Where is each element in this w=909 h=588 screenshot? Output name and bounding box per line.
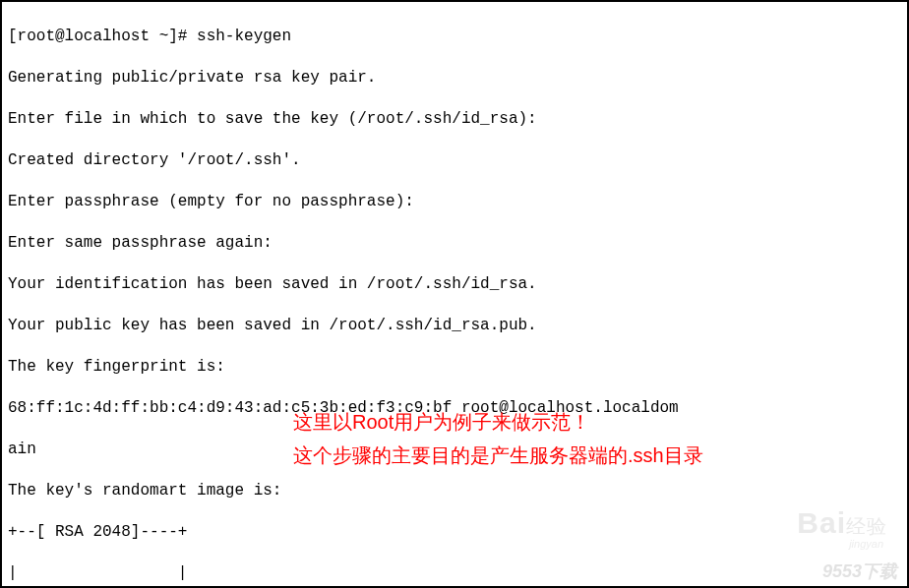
watermark-site: 9553下载	[822, 561, 897, 582]
watermark-text: Bai	[797, 506, 846, 539]
terminal-line: +--[ RSA 2048]----+	[8, 522, 901, 543]
terminal-line: The key fingerprint is:	[8, 357, 901, 378]
terminal-line: [root@localhost ~]# ssh-keygen	[8, 27, 901, 47]
annotation-overlay: 这里以Root用户为例子来做示范！ 这个步骤的主要目的是产生服务器端的.ssh目…	[293, 405, 703, 472]
terminal-line: Your public key has been saved in /root/…	[8, 316, 901, 336]
terminal-line: Your identification has been saved in /r…	[8, 274, 901, 295]
terminal-output[interactable]: [root@localhost ~]# ssh-keygen Generatin…	[2, 2, 907, 588]
annotation-line: 这个步骤的主要目的是产生服务器端的.ssh目录	[293, 439, 703, 472]
terminal-line: Enter same passphrase again:	[8, 233, 901, 254]
terminal-line: Enter file in which to save the key (/ro…	[8, 109, 901, 130]
watermark-baidu-sub: jingyan	[849, 534, 883, 555]
terminal-line: Enter passphrase (empty for no passphras…	[8, 192, 901, 212]
terminal-line: The key's randomart image is:	[8, 481, 901, 501]
terminal-line: Created directory '/root/.ssh'.	[8, 150, 901, 171]
annotation-line: 这里以Root用户为例子来做示范！	[293, 405, 703, 439]
terminal-line: | |	[8, 563, 901, 584]
terminal-line: Generating public/private rsa key pair.	[8, 68, 901, 88]
